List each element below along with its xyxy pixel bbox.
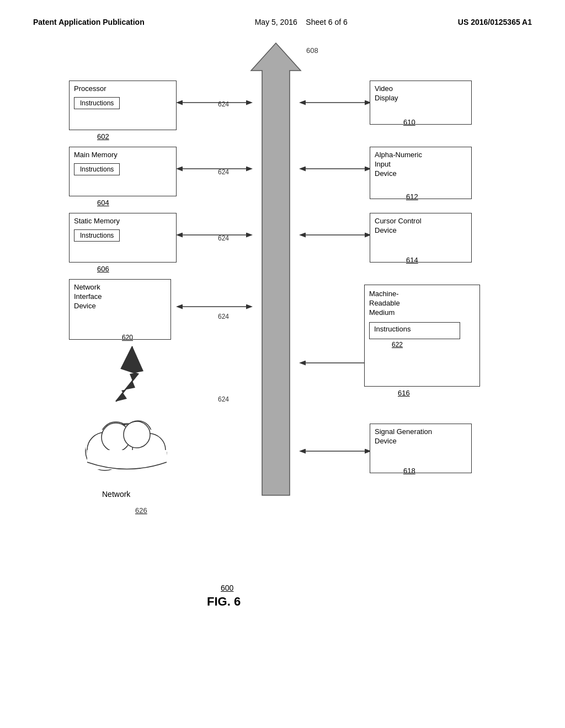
machine-readable-title: Machine- Readable Medium bbox=[369, 290, 400, 318]
machine-readable-outer-ref: 616 bbox=[398, 389, 410, 397]
static-memory-instructions: Instructions bbox=[74, 229, 120, 242]
processor-box: Processor Instructions 602 bbox=[69, 81, 177, 130]
alpha-numeric-ref: 612 bbox=[406, 192, 418, 201]
cursor-control-title: Cursor Control Device bbox=[375, 217, 422, 235]
static-memory-title: Static Memory bbox=[74, 217, 120, 226]
cursor-control-box: Cursor Control Device 614 bbox=[370, 213, 472, 263]
svg-text:624: 624 bbox=[218, 313, 229, 320]
alpha-numeric-title: Alpha-Numeric Input Device bbox=[375, 151, 422, 179]
svg-text:624: 624 bbox=[218, 100, 229, 108]
figure-ref-label: 600 bbox=[221, 584, 233, 592]
diagram-area: 608 624 624 624 624 624 bbox=[0, 38, 565, 666]
network-label: Network bbox=[102, 490, 130, 499]
svg-text:624: 624 bbox=[218, 234, 229, 242]
svg-point-27 bbox=[124, 421, 150, 448]
header-center: May 5, 2016 Sheet 6 of 6 bbox=[255, 18, 348, 26]
svg-marker-16 bbox=[116, 346, 143, 402]
network-interface-ref: 620 bbox=[122, 334, 133, 341]
header-left: Patent Application Publication bbox=[33, 18, 145, 26]
signal-generation-ref: 618 bbox=[403, 467, 415, 475]
figure-number-label: FIG. 6 bbox=[207, 595, 241, 609]
main-memory-title: Main Memory bbox=[74, 151, 118, 160]
machine-readable-outer-box: Machine- Readable Medium Instructions 62… bbox=[364, 285, 480, 387]
page-header: Patent Application Publication May 5, 20… bbox=[0, 0, 565, 26]
cursor-control-ref: 614 bbox=[406, 256, 418, 264]
processor-title: Processor bbox=[74, 84, 106, 94]
network-interface-box: Network Interface Device 620 bbox=[69, 279, 171, 340]
static-memory-ref: 606 bbox=[97, 265, 109, 273]
main-memory-box: Main Memory Instructions 604 bbox=[69, 147, 177, 196]
main-memory-ref: 604 bbox=[97, 199, 109, 207]
video-display-ref: 610 bbox=[403, 118, 415, 126]
video-display-box: Video Display 610 bbox=[370, 81, 472, 125]
video-display-title: Video Display bbox=[375, 84, 398, 103]
machine-readable-instructions: Instructions bbox=[374, 325, 411, 334]
svg-text:608: 608 bbox=[306, 46, 318, 55]
diagram-svg: 608 624 624 624 624 624 bbox=[0, 38, 565, 666]
static-memory-box: Static Memory Instructions 606 bbox=[69, 213, 177, 263]
main-memory-instructions: Instructions bbox=[74, 163, 120, 175]
machine-readable-inner-box: Instructions 622 bbox=[369, 322, 460, 339]
processor-instructions: Instructions bbox=[74, 97, 120, 109]
machine-readable-inner-ref: 622 bbox=[392, 341, 403, 349]
svg-text:624: 624 bbox=[218, 395, 229, 403]
signal-generation-box: Signal Generation Device 618 bbox=[370, 424, 472, 473]
processor-ref: 602 bbox=[97, 132, 109, 141]
network-interface-title: Network Interface Device bbox=[74, 283, 102, 311]
svg-text:626: 626 bbox=[135, 506, 147, 515]
svg-marker-0 bbox=[251, 43, 301, 495]
alpha-numeric-box: Alpha-Numeric Input Device 612 bbox=[370, 147, 472, 199]
header-right: US 2016/0125365 A1 bbox=[458, 18, 532, 26]
svg-text:624: 624 bbox=[218, 168, 229, 176]
signal-generation-title: Signal Generation Device bbox=[375, 427, 432, 446]
